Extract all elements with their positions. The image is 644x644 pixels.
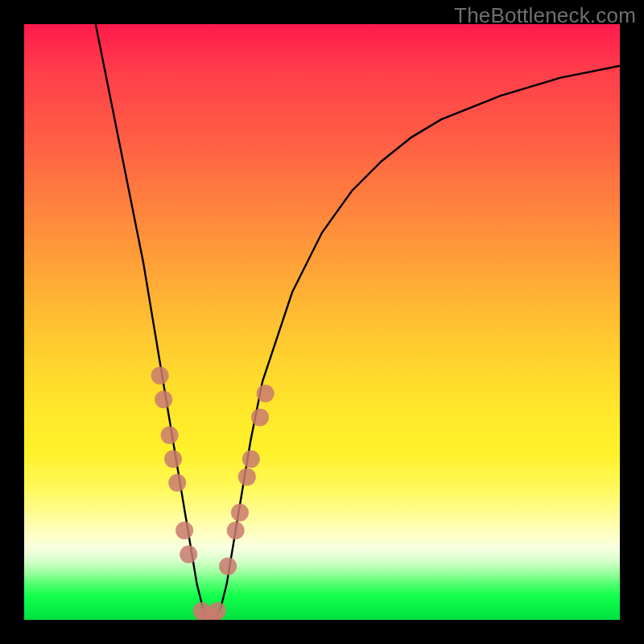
bottleneck-curve-path [96,24,620,620]
bead-point [168,474,186,492]
bead-point [251,408,269,426]
bead-point [155,390,172,408]
bead-point [164,450,182,468]
bead-point [180,546,197,564]
bead-point [257,385,275,402]
bead-point [242,450,260,468]
bead-point [219,557,237,575]
bottleneck-chart-svg [24,24,620,620]
bead-point [161,427,179,444]
bead-point [208,602,226,620]
bead-point [151,367,169,385]
beads-group [151,367,275,620]
bead-point [227,522,245,539]
bead-point [175,522,193,539]
watermark-text: TheBottleneck.com [454,3,636,28]
chart-canvas [24,24,620,620]
bead-point [238,468,256,485]
bead-point [231,504,249,522]
